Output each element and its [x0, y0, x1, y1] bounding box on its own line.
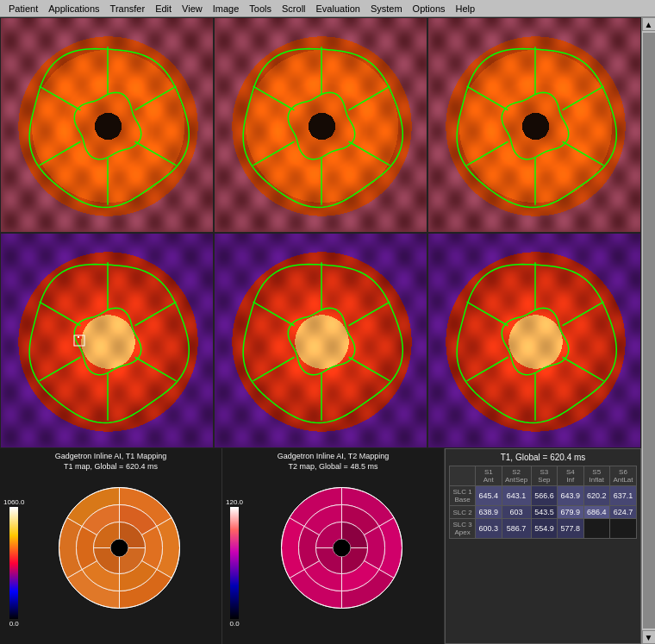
menu-patient[interactable]: Patient — [3, 2, 43, 16]
menu-tools[interactable]: Tools — [244, 2, 277, 16]
image-cell-2[interactable] — [214, 17, 427, 233]
scroll-track[interactable] — [643, 33, 655, 628]
t2-map-subtitle: T2 map, Global = 48.5 ms — [289, 462, 378, 471]
menu-system[interactable]: System — [365, 2, 408, 16]
menu-edit[interactable]: Edit — [150, 2, 177, 16]
mri-image-1 — [1, 18, 214, 233]
mri-image-2 — [215, 18, 427, 233]
mri-image-4 — [1, 234, 214, 448]
t2-map-panel: Gadgetron Inline AI, T2 Mapping T2 map, … — [222, 448, 445, 644]
scroll-down-button[interactable]: ▼ — [642, 630, 656, 644]
menu-applications[interactable]: Applications — [43, 2, 104, 16]
scrollbar-right: ▲ ▼ — [641, 17, 655, 644]
t1-colorbar-min: 0.0 — [9, 620, 19, 628]
menu-image[interactable]: Image — [208, 2, 245, 16]
image-cell-4[interactable] — [0, 233, 214, 448]
t1-colorbar-canvas — [9, 507, 18, 619]
t2-colorbar-min: 0.0 — [229, 620, 239, 628]
menu-view[interactable]: View — [177, 2, 208, 16]
table-header: S1AntS2AntSepS3SepS4InfS5InflatS6AntLat — [450, 466, 637, 486]
t2-colorbar: 120.0 0.0 — [226, 498, 243, 628]
t2-map-title: Gadgetron Inline AI, T2 Mapping — [278, 452, 389, 462]
t2-bullseye-canvas — [275, 481, 409, 615]
bottom-panel: Gadgetron Inline AI, T1 Mapping T1 map, … — [0, 448, 641, 644]
menu-evaluation[interactable]: Evaluation — [311, 2, 365, 16]
menubar: Patient Applications Transfer Edit View … — [0, 0, 655, 17]
image-cell-3[interactable] — [427, 17, 641, 233]
t2-colorbar-max: 120.0 — [226, 498, 243, 506]
data-table: S1AntS2AntSepS3SepS4InfS5InflatS6AntLat … — [449, 466, 637, 539]
image-grid — [0, 17, 641, 448]
menu-transfer[interactable]: Transfer — [105, 2, 151, 16]
table-body: SLC 1Base645.4643.1566.6643.9620.2637.1S… — [450, 486, 637, 539]
mri-image-5 — [215, 234, 427, 448]
scroll-up-button[interactable]: ▲ — [642, 17, 656, 31]
t1-map-title: Gadgetron Inline AI, T1 Mapping — [55, 452, 166, 462]
content-area: Gadgetron Inline AI, T1 Mapping T1 map, … — [0, 17, 641, 644]
t1-map-panel: Gadgetron Inline AI, T1 Mapping T1 map, … — [0, 448, 222, 644]
menu-options[interactable]: Options — [408, 2, 451, 16]
t1-map-subtitle: T1 map, Global = 620.4 ms — [64, 462, 158, 471]
t2-colorbar-canvas — [230, 507, 239, 619]
t1-bullseye-canvas — [53, 481, 186, 615]
menu-scroll[interactable]: Scroll — [277, 2, 311, 16]
menu-help[interactable]: Help — [451, 2, 481, 16]
data-table-panel: T1, Global = 620.4 ms S1AntS2AntSepS3Sep… — [445, 448, 641, 644]
image-cell-6[interactable] — [427, 233, 641, 448]
mri-image-6 — [428, 234, 641, 448]
data-table-title: T1, Global = 620.4 ms — [449, 453, 637, 462]
image-cell-1[interactable] — [0, 17, 214, 233]
mri-image-3 — [428, 18, 641, 233]
image-cell-5[interactable] — [214, 233, 427, 448]
